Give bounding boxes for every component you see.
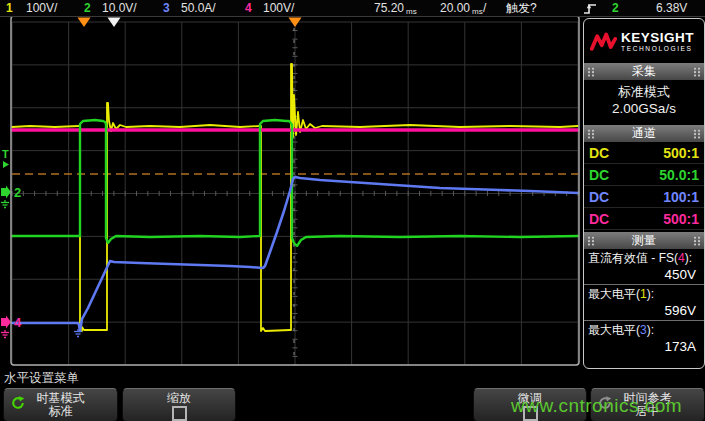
grip-dots-icon (587, 236, 595, 246)
measure-channel: 1 (640, 287, 647, 301)
trigger-level-marker: T (2, 148, 9, 160)
probe-ratio: 50.0:1 (659, 167, 699, 183)
measure-channel: 3 (640, 323, 647, 337)
measure-value: 596V (588, 302, 700, 319)
channel-reference-marker (1, 186, 11, 199)
ch3-scale[interactable]: 50.0A/ (181, 1, 216, 15)
section-channels-header[interactable]: 通道 (584, 125, 704, 142)
coupling: DC (589, 189, 609, 205)
zoom-checkbox[interactable] (172, 406, 187, 421)
channel-row-3[interactable]: DC 100:1 (584, 186, 704, 208)
measure-label: 最大电平( (588, 287, 640, 301)
acquire-title: 采集 (595, 63, 693, 80)
ch3-number[interactable]: 3 (163, 1, 170, 15)
probe-ratio: 500:1 (663, 211, 699, 227)
measurement-item: 最大电平(1): 596V (584, 285, 704, 321)
acquire-mode: 标准模式 (584, 83, 704, 100)
watermark-text: www.cntronics.com (511, 395, 682, 417)
brand-name: KEYSIGHT (621, 31, 694, 45)
measure-value: 450V (588, 266, 700, 283)
section-measure-header[interactable]: 测量 (584, 232, 704, 249)
trigger-source[interactable]: 2 (612, 1, 619, 15)
coupling: DC (589, 167, 609, 183)
channel-row-1[interactable]: DC 500:1 (584, 142, 704, 164)
timebase-mode-button[interactable]: 时基模式 标准 (3, 388, 118, 421)
grip-dots-icon (693, 236, 701, 246)
rising-edge-icon[interactable] (583, 2, 597, 15)
softkey-label: 缩放 (123, 391, 235, 405)
acquire-info: 标准模式 2.00GSa/s (584, 80, 704, 123)
ch2-number[interactable]: 2 (84, 1, 91, 15)
status-bar: 1 100V/ 2 10.0V/ 3 50.0A/ 4 100V/ 75.20 … (0, 0, 705, 17)
svg-text:2: 2 (14, 185, 21, 200)
measure-label-suffix: ): (647, 287, 654, 301)
measure-value: 173A (588, 338, 700, 355)
measure-label-suffix: ): (685, 251, 692, 265)
channels-title: 通道 (595, 125, 693, 142)
waveform-display: T24 (0, 0, 583, 368)
zoom-button[interactable]: 缩放 (122, 388, 236, 421)
brand-sub: TECHNOLOGIES (621, 45, 694, 53)
section-acquire-header[interactable]: 采集 (584, 63, 704, 80)
measure-label-suffix: ): (647, 323, 654, 337)
menu-title: 水平设置菜单 (4, 370, 79, 387)
probe-ratio: 100:1 (663, 189, 699, 205)
ch4-scale[interactable]: 100V/ (263, 1, 294, 15)
keysight-logo: KEYSIGHT TECHNOLOGIES (584, 19, 704, 61)
keysight-spark-icon (590, 32, 617, 53)
svg-text:4: 4 (14, 315, 22, 330)
horizontal-position[interactable]: 75.20 (374, 1, 404, 15)
measurement-item: 直流有效值 - FS(4): 450V (584, 249, 704, 285)
measure-title: 测量 (595, 232, 693, 249)
measure-channel: 4 (678, 251, 685, 265)
cycle-arrow-icon (11, 396, 25, 410)
grip-dots-icon (587, 67, 595, 77)
grip-dots-icon (693, 129, 701, 139)
channel-row-4[interactable]: DC 500:1 (584, 208, 704, 230)
channel-row-2[interactable]: DC 50.0:1 (584, 164, 704, 186)
timebase-scale-unit: ms (472, 5, 483, 19)
measurement-item: 最大电平(3): 173A (584, 321, 704, 356)
horizontal-position-unit: ms (406, 5, 417, 19)
trigger-level[interactable]: 6.38V (656, 1, 687, 15)
measure-label: 最大电平( (588, 323, 640, 337)
ch2-scale[interactable]: 10.0V/ (102, 1, 137, 15)
trigger-status[interactable]: 触发? (506, 1, 537, 15)
coupling: DC (589, 211, 609, 227)
measure-label: 直流有效值 - FS( (588, 251, 678, 265)
oscilloscope-screen: 1 100V/ 2 10.0V/ 3 50.0A/ 4 100V/ 75.20 … (0, 0, 705, 421)
ch1-scale[interactable]: 100V/ (26, 1, 57, 15)
grip-dots-icon (693, 67, 701, 77)
coupling: DC (589, 145, 609, 161)
timebase-scale[interactable]: 20.00 (440, 1, 470, 15)
sample-rate: 2.00GSa/s (584, 100, 704, 118)
ch4-number[interactable]: 4 (245, 1, 252, 15)
ch1-number[interactable]: 1 (6, 1, 13, 15)
timebase-scale-slash: / (483, 1, 486, 15)
grip-dots-icon (587, 129, 595, 139)
info-sidebar: KEYSIGHT TECHNOLOGIES 采集 标准模式 2.00GSa/s … (583, 18, 705, 369)
channel-reference-marker (1, 316, 11, 329)
probe-ratio: 500:1 (663, 145, 699, 161)
softkey-menu-bar: 水平设置菜单 时基模式 标准 缩放 微调 时间参考 居中 www.cntr (0, 368, 705, 421)
